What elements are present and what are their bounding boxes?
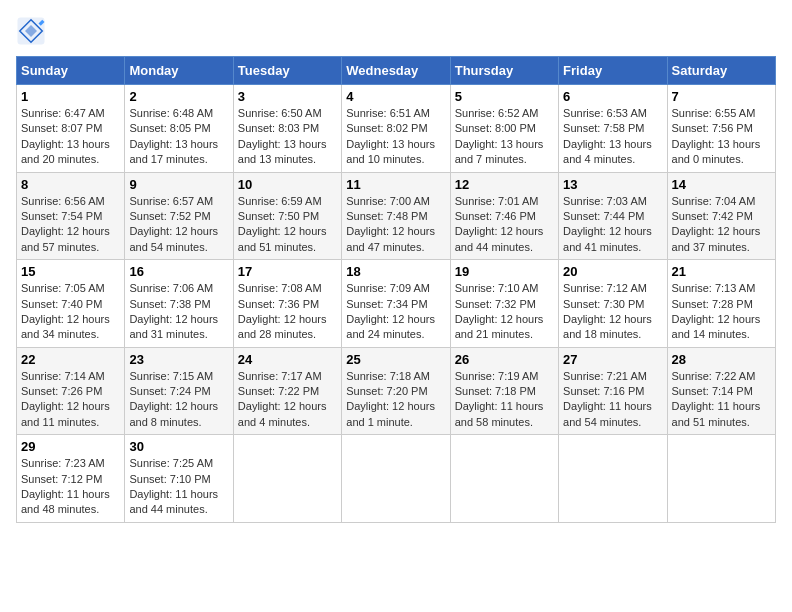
calendar-cell: 12 Sunrise: 7:01 AMSunset: 7:46 PMDaylig… — [450, 172, 558, 260]
calendar-cell — [233, 435, 341, 523]
day-number: 20 — [563, 264, 662, 279]
day-info: Sunrise: 7:08 AMSunset: 7:36 PMDaylight:… — [238, 282, 327, 340]
calendar-cell: 25 Sunrise: 7:18 AMSunset: 7:20 PMDaylig… — [342, 347, 450, 435]
day-info: Sunrise: 6:47 AMSunset: 8:07 PMDaylight:… — [21, 107, 110, 165]
day-number: 5 — [455, 89, 554, 104]
header-friday: Friday — [559, 57, 667, 85]
calendar-cell: 13 Sunrise: 7:03 AMSunset: 7:44 PMDaylig… — [559, 172, 667, 260]
calendar-cell: 11 Sunrise: 7:00 AMSunset: 7:48 PMDaylig… — [342, 172, 450, 260]
day-info: Sunrise: 7:22 AMSunset: 7:14 PMDaylight:… — [672, 370, 761, 428]
calendar-table: SundayMondayTuesdayWednesdayThursdayFrid… — [16, 56, 776, 523]
day-number: 26 — [455, 352, 554, 367]
day-info: Sunrise: 7:21 AMSunset: 7:16 PMDaylight:… — [563, 370, 652, 428]
day-number: 13 — [563, 177, 662, 192]
calendar-header-row: SundayMondayTuesdayWednesdayThursdayFrid… — [17, 57, 776, 85]
calendar-cell: 5 Sunrise: 6:52 AMSunset: 8:00 PMDayligh… — [450, 85, 558, 173]
day-number: 10 — [238, 177, 337, 192]
day-info: Sunrise: 7:01 AMSunset: 7:46 PMDaylight:… — [455, 195, 544, 253]
calendar-body: 1 Sunrise: 6:47 AMSunset: 8:07 PMDayligh… — [17, 85, 776, 523]
logo — [16, 16, 50, 46]
calendar-cell: 8 Sunrise: 6:56 AMSunset: 7:54 PMDayligh… — [17, 172, 125, 260]
day-info: Sunrise: 7:18 AMSunset: 7:20 PMDaylight:… — [346, 370, 435, 428]
day-number: 21 — [672, 264, 771, 279]
day-info: Sunrise: 7:23 AMSunset: 7:12 PMDaylight:… — [21, 457, 110, 515]
day-number: 19 — [455, 264, 554, 279]
week-row-5: 29 Sunrise: 7:23 AMSunset: 7:12 PMDaylig… — [17, 435, 776, 523]
day-number: 27 — [563, 352, 662, 367]
day-number: 28 — [672, 352, 771, 367]
week-row-3: 15 Sunrise: 7:05 AMSunset: 7:40 PMDaylig… — [17, 260, 776, 348]
calendar-cell: 17 Sunrise: 7:08 AMSunset: 7:36 PMDaylig… — [233, 260, 341, 348]
calendar-cell: 26 Sunrise: 7:19 AMSunset: 7:18 PMDaylig… — [450, 347, 558, 435]
day-number: 24 — [238, 352, 337, 367]
day-info: Sunrise: 6:48 AMSunset: 8:05 PMDaylight:… — [129, 107, 218, 165]
calendar-cell: 10 Sunrise: 6:59 AMSunset: 7:50 PMDaylig… — [233, 172, 341, 260]
day-info: Sunrise: 6:57 AMSunset: 7:52 PMDaylight:… — [129, 195, 218, 253]
day-number: 30 — [129, 439, 228, 454]
day-number: 2 — [129, 89, 228, 104]
day-number: 16 — [129, 264, 228, 279]
day-info: Sunrise: 7:03 AMSunset: 7:44 PMDaylight:… — [563, 195, 652, 253]
day-number: 17 — [238, 264, 337, 279]
page-header — [16, 16, 776, 46]
day-info: Sunrise: 6:52 AMSunset: 8:00 PMDaylight:… — [455, 107, 544, 165]
week-row-4: 22 Sunrise: 7:14 AMSunset: 7:26 PMDaylig… — [17, 347, 776, 435]
calendar-cell: 7 Sunrise: 6:55 AMSunset: 7:56 PMDayligh… — [667, 85, 775, 173]
day-number: 12 — [455, 177, 554, 192]
header-sunday: Sunday — [17, 57, 125, 85]
calendar-cell: 6 Sunrise: 6:53 AMSunset: 7:58 PMDayligh… — [559, 85, 667, 173]
day-info: Sunrise: 7:13 AMSunset: 7:28 PMDaylight:… — [672, 282, 761, 340]
day-info: Sunrise: 6:55 AMSunset: 7:56 PMDaylight:… — [672, 107, 761, 165]
calendar-cell: 4 Sunrise: 6:51 AMSunset: 8:02 PMDayligh… — [342, 85, 450, 173]
calendar-cell: 2 Sunrise: 6:48 AMSunset: 8:05 PMDayligh… — [125, 85, 233, 173]
day-info: Sunrise: 6:53 AMSunset: 7:58 PMDaylight:… — [563, 107, 652, 165]
day-info: Sunrise: 7:15 AMSunset: 7:24 PMDaylight:… — [129, 370, 218, 428]
day-number: 23 — [129, 352, 228, 367]
calendar-cell: 27 Sunrise: 7:21 AMSunset: 7:16 PMDaylig… — [559, 347, 667, 435]
day-info: Sunrise: 6:56 AMSunset: 7:54 PMDaylight:… — [21, 195, 110, 253]
calendar-cell: 20 Sunrise: 7:12 AMSunset: 7:30 PMDaylig… — [559, 260, 667, 348]
calendar-cell: 23 Sunrise: 7:15 AMSunset: 7:24 PMDaylig… — [125, 347, 233, 435]
day-number: 18 — [346, 264, 445, 279]
day-number: 1 — [21, 89, 120, 104]
day-info: Sunrise: 7:25 AMSunset: 7:10 PMDaylight:… — [129, 457, 218, 515]
header-thursday: Thursday — [450, 57, 558, 85]
day-info: Sunrise: 6:50 AMSunset: 8:03 PMDaylight:… — [238, 107, 327, 165]
day-info: Sunrise: 7:14 AMSunset: 7:26 PMDaylight:… — [21, 370, 110, 428]
calendar-cell: 22 Sunrise: 7:14 AMSunset: 7:26 PMDaylig… — [17, 347, 125, 435]
calendar-cell — [450, 435, 558, 523]
calendar-cell: 21 Sunrise: 7:13 AMSunset: 7:28 PMDaylig… — [667, 260, 775, 348]
day-number: 9 — [129, 177, 228, 192]
day-info: Sunrise: 7:10 AMSunset: 7:32 PMDaylight:… — [455, 282, 544, 340]
day-info: Sunrise: 7:06 AMSunset: 7:38 PMDaylight:… — [129, 282, 218, 340]
day-info: Sunrise: 7:19 AMSunset: 7:18 PMDaylight:… — [455, 370, 544, 428]
header-monday: Monday — [125, 57, 233, 85]
day-info: Sunrise: 7:04 AMSunset: 7:42 PMDaylight:… — [672, 195, 761, 253]
calendar-cell: 16 Sunrise: 7:06 AMSunset: 7:38 PMDaylig… — [125, 260, 233, 348]
logo-icon — [16, 16, 46, 46]
day-number: 11 — [346, 177, 445, 192]
calendar-cell: 18 Sunrise: 7:09 AMSunset: 7:34 PMDaylig… — [342, 260, 450, 348]
day-number: 29 — [21, 439, 120, 454]
calendar-cell: 15 Sunrise: 7:05 AMSunset: 7:40 PMDaylig… — [17, 260, 125, 348]
day-number: 3 — [238, 89, 337, 104]
day-number: 14 — [672, 177, 771, 192]
calendar-cell: 28 Sunrise: 7:22 AMSunset: 7:14 PMDaylig… — [667, 347, 775, 435]
day-number: 15 — [21, 264, 120, 279]
calendar-cell: 19 Sunrise: 7:10 AMSunset: 7:32 PMDaylig… — [450, 260, 558, 348]
day-number: 7 — [672, 89, 771, 104]
calendar-cell — [342, 435, 450, 523]
day-info: Sunrise: 7:00 AMSunset: 7:48 PMDaylight:… — [346, 195, 435, 253]
week-row-1: 1 Sunrise: 6:47 AMSunset: 8:07 PMDayligh… — [17, 85, 776, 173]
day-info: Sunrise: 7:05 AMSunset: 7:40 PMDaylight:… — [21, 282, 110, 340]
week-row-2: 8 Sunrise: 6:56 AMSunset: 7:54 PMDayligh… — [17, 172, 776, 260]
day-number: 8 — [21, 177, 120, 192]
calendar-cell: 24 Sunrise: 7:17 AMSunset: 7:22 PMDaylig… — [233, 347, 341, 435]
calendar-cell: 30 Sunrise: 7:25 AMSunset: 7:10 PMDaylig… — [125, 435, 233, 523]
day-number: 25 — [346, 352, 445, 367]
calendar-cell: 29 Sunrise: 7:23 AMSunset: 7:12 PMDaylig… — [17, 435, 125, 523]
day-info: Sunrise: 7:12 AMSunset: 7:30 PMDaylight:… — [563, 282, 652, 340]
calendar-cell: 14 Sunrise: 7:04 AMSunset: 7:42 PMDaylig… — [667, 172, 775, 260]
calendar-cell: 9 Sunrise: 6:57 AMSunset: 7:52 PMDayligh… — [125, 172, 233, 260]
day-number: 6 — [563, 89, 662, 104]
